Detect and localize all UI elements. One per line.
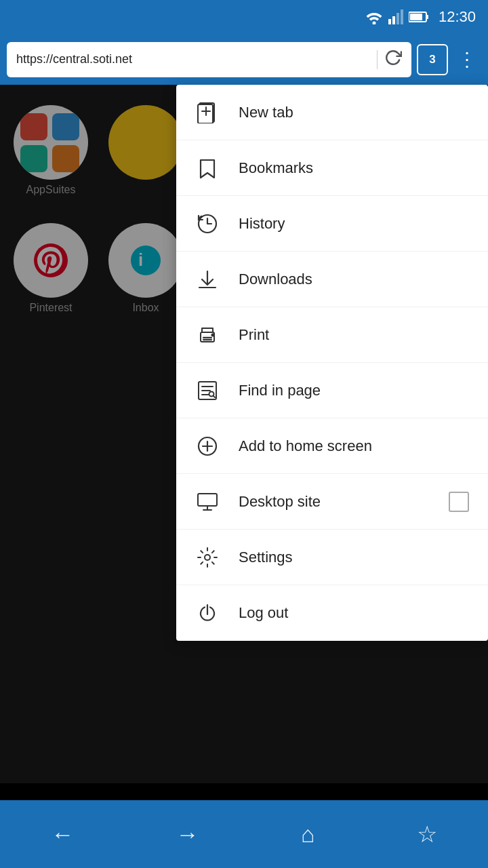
forward-button[interactable]: → [176,821,199,848]
svg-rect-6 [426,15,428,19]
status-time: 12:30 [439,8,476,26]
menu-log-out-label: Log out [239,604,469,622]
status-icons: 12:30 [365,8,476,26]
menu-item-add-to-home[interactable]: Add to home screen [176,418,488,474]
menu-item-new-tab[interactable]: New tab [176,85,488,140]
history-icon [195,212,220,236]
menu-history-label: History [239,215,469,233]
menu-item-downloads[interactable]: Downloads [176,252,488,307]
menu-find-in-page-label: Find in page [239,382,469,399]
print-icon [195,323,220,347]
svg-rect-7 [410,14,422,20]
home-button[interactable]: ⌂ [301,821,315,848]
menu-item-log-out[interactable]: Log out [176,585,488,641]
tab-count-button[interactable]: 3 [417,44,448,75]
main-area: AppSuites Pinterest i Inbox [0,85,488,783]
url-text: https://central.soti.net [16,52,370,66]
dropdown-menu: New tab Bookmarks History [176,85,488,641]
add-circle-icon [195,434,220,458]
menu-print-label: Print [239,326,469,344]
menu-settings-label: Settings [239,549,469,566]
menu-bookmarks-label: Bookmarks [239,159,469,177]
find-icon [195,378,220,403]
battery-icon [409,11,429,23]
bookmark-icon [195,156,220,180]
menu-item-bookmarks[interactable]: Bookmarks [176,140,488,196]
menu-new-tab-label: New tab [239,104,469,121]
menu-desktop-site-label: Desktop site [239,493,430,511]
bookmark-button[interactable]: ☆ [417,821,437,848]
menu-item-print[interactable]: Print [176,307,488,363]
menu-item-desktop-site[interactable]: Desktop site [176,474,488,530]
settings-icon [195,545,220,570]
status-bar: 12:30 [0,0,488,34]
svg-rect-1 [388,19,391,24]
menu-item-settings[interactable]: Settings [176,530,488,585]
menu-downloads-label: Downloads [239,271,469,288]
svg-point-22 [212,334,214,336]
download-icon [195,267,220,292]
svg-rect-2 [392,16,395,24]
signal-icon [388,9,403,24]
menu-item-find-in-page[interactable]: Find in page [176,363,488,418]
desktop-site-checkbox[interactable] [449,492,469,512]
power-icon [195,601,220,625]
menu-add-to-home-label: Add to home screen [239,437,469,455]
new-tab-icon [195,100,220,125]
svg-point-0 [372,22,375,25]
reload-button[interactable] [384,49,402,71]
address-bar: https://central.soti.net 3 ⋮ [0,34,488,85]
bottom-navigation: ← → ⌂ ☆ [0,800,488,868]
wifi-icon [365,9,383,24]
url-box[interactable]: https://central.soti.net [7,42,411,77]
url-divider [377,50,378,69]
more-options-button[interactable]: ⋮ [453,48,481,71]
menu-item-history[interactable]: History [176,196,488,252]
desktop-icon [195,490,220,514]
svg-rect-32 [198,494,217,506]
svg-rect-4 [401,9,403,24]
svg-line-28 [214,395,216,397]
svg-point-35 [205,555,210,560]
back-button[interactable]: ← [51,821,74,848]
svg-rect-3 [396,13,399,24]
